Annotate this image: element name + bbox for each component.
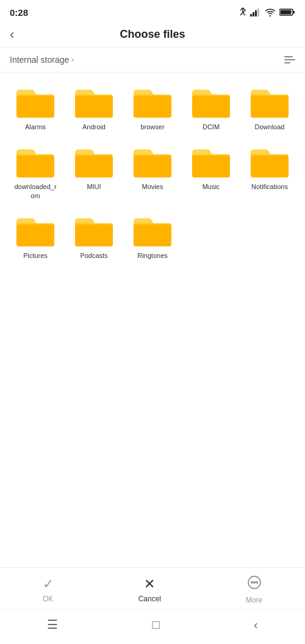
folder-item[interactable]: Podcasts — [65, 207, 123, 267]
folder-item[interactable]: Music — [182, 138, 240, 207]
svg-rect-3 — [257, 9, 259, 16]
breadcrumb[interactable]: Internal storage › — [10, 55, 74, 65]
file-grid: Alarms Android — [0, 73, 305, 567]
folder-icon — [74, 85, 114, 119]
bluetooth-icon — [239, 7, 246, 17]
nav-bar: ☰ □ ‹ — [0, 609, 305, 644]
battery-icon — [279, 8, 295, 16]
folder-label: Android — [82, 123, 106, 131]
folder-label: Movies — [142, 182, 163, 191]
svg-rect-1 — [253, 12, 254, 16]
folder-icon — [15, 85, 56, 119]
folder-item[interactable]: Ringtones — [123, 207, 182, 267]
folder-item[interactable]: Notifications — [240, 138, 299, 207]
folder-label: Download — [255, 123, 285, 131]
status-icons — [239, 7, 295, 17]
folder-item[interactable]: Android — [65, 79, 123, 138]
status-time: 0:28 — [10, 7, 28, 18]
breadcrumb-label: Internal storage — [10, 55, 69, 65]
cancel-icon: ✕ — [144, 576, 155, 592]
nav-home[interactable]: □ — [152, 618, 160, 632]
status-bar: 0:28 — [0, 0, 305, 22]
folder-icon — [191, 85, 231, 119]
folder-label: Ringtones — [137, 251, 168, 260]
svg-point-4 — [270, 15, 271, 16]
svg-point-11 — [256, 582, 257, 583]
signal-icon — [250, 8, 261, 16]
header: ‹ Choose files — [0, 22, 305, 48]
nav-menu[interactable]: ☰ — [47, 617, 58, 632]
folder-icon — [74, 145, 114, 179]
folder-item[interactable]: DCIM — [182, 79, 240, 138]
folder-icon — [191, 145, 231, 179]
action-bar: ✓ OK ✕ Cancel More — [0, 567, 305, 609]
breadcrumb-bar: Internal storage › — [0, 48, 305, 73]
folder-icon — [132, 85, 173, 119]
folder-item[interactable]: Download — [240, 79, 299, 138]
cancel-label: Cancel — [138, 595, 161, 603]
svg-point-10 — [254, 582, 255, 583]
svg-rect-7 — [281, 10, 292, 15]
svg-point-9 — [251, 582, 253, 583]
more-button[interactable]: More — [246, 575, 262, 604]
folder-label: browser — [140, 123, 164, 131]
folder-label: DCIM — [203, 123, 220, 131]
folder-item[interactable]: MIUI — [65, 138, 123, 207]
folder-item[interactable]: browser — [123, 79, 182, 138]
back-button[interactable]: ‹ — [10, 27, 14, 43]
folder-label: downloaded_rom — [14, 182, 57, 200]
svg-rect-2 — [255, 10, 257, 16]
svg-rect-0 — [250, 14, 252, 16]
more-icon — [247, 575, 262, 593]
ok-icon: ✓ — [43, 576, 54, 592]
folder-icon — [249, 85, 290, 119]
folder-item[interactable]: Pictures — [6, 207, 65, 267]
folder-item[interactable]: Movies — [123, 138, 182, 207]
more-label: More — [246, 596, 262, 604]
breadcrumb-chevron: › — [71, 55, 74, 64]
folder-icon — [249, 145, 290, 179]
folder-item[interactable]: downloaded_rom — [6, 138, 65, 207]
list-view-toggle[interactable] — [284, 56, 295, 63]
folder-icon — [74, 213, 114, 248]
folder-label: Podcasts — [80, 251, 107, 260]
folder-label: Alarms — [25, 123, 46, 131]
folder-label: Notifications — [251, 182, 288, 191]
folder-icon — [132, 213, 173, 248]
page-title: Choose files — [120, 28, 185, 41]
folder-label: MIUI — [87, 182, 101, 191]
folder-icon — [132, 145, 173, 179]
svg-rect-6 — [293, 11, 295, 13]
folder-item[interactable]: Alarms — [6, 79, 65, 138]
folder-icon — [15, 145, 56, 179]
wifi-icon — [265, 8, 276, 16]
ok-label: OK — [43, 595, 53, 603]
ok-button[interactable]: ✓ OK — [43, 576, 54, 603]
folder-label: Music — [203, 182, 220, 191]
cancel-button[interactable]: ✕ Cancel — [138, 576, 161, 603]
folder-icon — [15, 213, 56, 248]
nav-back[interactable]: ‹ — [254, 618, 258, 632]
folder-label: Pictures — [23, 251, 48, 260]
